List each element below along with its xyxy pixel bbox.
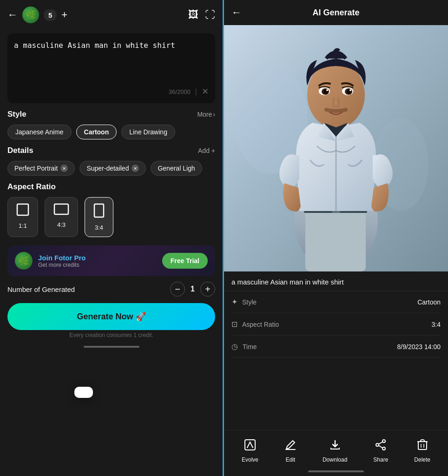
aspect-meta-key: Aspect Ratio xyxy=(242,321,279,328)
pro-banner: 🌿 Join Fotor Pro Get more credits Free T… xyxy=(7,245,215,276)
share-button[interactable]: Share xyxy=(373,439,388,463)
free-trial-button[interactable]: Free Trial xyxy=(162,253,208,269)
plus-button[interactable]: + xyxy=(61,9,67,21)
evolve-label: Evolve xyxy=(242,456,258,463)
time-meta-key: Time xyxy=(243,343,257,350)
clear-button[interactable]: ✕ xyxy=(202,86,209,97)
download-button[interactable]: Download xyxy=(323,439,347,463)
generated-label: Number of Generated xyxy=(7,285,75,293)
back-button[interactable]: ← xyxy=(7,9,18,21)
ar-label-3x4: 3:4 xyxy=(95,224,103,231)
time-meta-icon: ◷ xyxy=(231,342,238,351)
svg-point-19 xyxy=(349,89,351,91)
right-top-bar: ← AI Generate xyxy=(224,0,448,25)
chevron-right-icon: › xyxy=(213,111,215,118)
svg-line-25 xyxy=(379,442,382,444)
style-line-drawing[interactable]: Line Drawing xyxy=(121,125,175,139)
ar-label-1x1: 1:1 xyxy=(19,222,27,229)
chip-label: Super-detailed xyxy=(86,165,129,172)
ar-option-1x1[interactable]: 1:1 xyxy=(7,197,38,237)
style-japanese-anime[interactable]: Japanese Anime xyxy=(7,125,72,139)
meta-info: ✦ Style Cartoon ⊡ Aspect Ratio 3:4 ◷ Tim… xyxy=(224,291,448,358)
count-controls: − 1 + xyxy=(170,282,215,297)
share-label: Share xyxy=(373,456,388,463)
meta-row-aspect: ⊡ Aspect Ratio 3:4 xyxy=(231,313,441,336)
prompt-area: a masculine Asian man in white shirt 36/… xyxy=(7,33,215,103)
svg-line-26 xyxy=(379,446,382,448)
meta-row-time: ◷ Time 8/9/2023 14:00 xyxy=(231,336,441,358)
aspect-ratio-section: Aspect Ratio 1:1 4:3 3:4 xyxy=(0,176,223,237)
detail-chip-super-detailed[interactable]: Super-detailed ✕ xyxy=(79,161,146,176)
add-link[interactable]: Add + xyxy=(198,147,215,154)
aspect-ratio-header: Aspect Ratio xyxy=(7,182,215,192)
divider: | xyxy=(195,87,197,96)
meta-row-style: ✦ Style Cartoon xyxy=(231,291,441,313)
svg-rect-0 xyxy=(17,204,28,215)
svg-rect-7 xyxy=(305,206,366,271)
right-back-button[interactable]: ← xyxy=(231,7,242,19)
chip-label: General Ligh xyxy=(158,165,195,172)
delete-icon xyxy=(416,439,428,454)
char-count: 36/2000 xyxy=(169,88,191,95)
svg-point-24 xyxy=(376,443,379,446)
edit-button[interactable]: Edit xyxy=(284,439,296,463)
right-panel: ← AI Generate xyxy=(224,0,448,476)
ar-label-4x3: 4:3 xyxy=(57,221,66,228)
decrement-count-button[interactable]: − xyxy=(170,282,185,297)
more-link[interactable]: More › xyxy=(197,111,215,118)
style-section: Style More › Japanese Anime Cartoon Line… xyxy=(0,103,223,139)
style-title: Style xyxy=(7,110,26,119)
prompt-input[interactable]: a masculine Asian man in white shirt xyxy=(14,40,209,82)
generated-image xyxy=(224,25,448,271)
chip-label: Perfect Portrait xyxy=(14,165,58,172)
edit-label: Edit xyxy=(286,456,296,463)
pro-text: Join Fotor Pro Get more credits xyxy=(38,254,157,268)
style-meta-val: Cartoon xyxy=(417,298,441,306)
svg-rect-21 xyxy=(285,449,296,450)
evolve-icon xyxy=(244,439,256,454)
bottom-indicator-left xyxy=(84,346,139,348)
pro-sub: Get more credits xyxy=(38,262,157,268)
svg-rect-2 xyxy=(94,204,104,217)
evolve-button[interactable]: Evolve xyxy=(242,439,258,463)
download-label: Download xyxy=(323,456,347,463)
increment-count-button[interactable]: + xyxy=(200,282,215,297)
svg-rect-27 xyxy=(418,442,427,450)
detail-chip-perfect-portrait[interactable]: Perfect Portrait ✕ xyxy=(7,161,75,176)
chip-close-perfect-portrait[interactable]: ✕ xyxy=(60,165,68,172)
style-meta-key: Style xyxy=(242,298,257,306)
delete-label: Delete xyxy=(414,456,430,463)
credits-badge: 5 xyxy=(44,9,57,21)
tooltip-popup xyxy=(74,387,93,398)
style-header: Style More › xyxy=(7,110,215,119)
share-icon xyxy=(375,439,387,454)
ar-icon-1x1 xyxy=(16,203,29,219)
right-title: AI Generate xyxy=(246,8,426,18)
ar-option-3x4[interactable]: 3:4 xyxy=(85,197,113,237)
ar-option-4x3[interactable]: 4:3 xyxy=(45,197,78,237)
pro-leaf-icon: 🌿 xyxy=(15,252,33,270)
aspect-meta-val: 3:4 xyxy=(432,321,441,328)
svg-point-18 xyxy=(326,89,328,91)
delete-button[interactable]: Delete xyxy=(414,439,430,463)
style-cartoon[interactable]: Cartoon xyxy=(76,125,117,139)
prompt-footer: 36/2000 | ✕ xyxy=(14,86,209,97)
bottom-actions: Evolve Edit Download Share Delete xyxy=(224,430,448,468)
gallery-icon-button[interactable]: 🖼 xyxy=(188,9,198,21)
top-bar: ← 🌿 5 + 🖼 ⛶ xyxy=(0,0,223,30)
details-section: Details Add + Perfect Portrait ✕ Super-d… xyxy=(0,139,223,176)
detail-chip-general-light[interactable]: General Ligh xyxy=(151,161,202,176)
share-icon-button[interactable]: ⛶ xyxy=(205,9,215,21)
chip-close-super-detailed[interactable]: ✕ xyxy=(132,165,139,172)
aspect-meta-icon: ⊡ xyxy=(231,320,237,329)
details-header: Details Add + xyxy=(7,146,215,155)
details-title: Details xyxy=(7,146,33,155)
download-icon xyxy=(329,439,341,454)
svg-point-22 xyxy=(382,440,385,443)
generate-now-button[interactable]: Generate Now 🚀 xyxy=(7,303,215,330)
count-number: 1 xyxy=(191,285,195,293)
image-caption: a masculine Asian man in white shirt xyxy=(224,271,448,291)
top-bar-right: 🖼 ⛶ xyxy=(188,9,215,21)
details-chips: Perfect Portrait ✕ Super-detailed ✕ Gene… xyxy=(7,161,215,176)
aspect-ratio-title: Aspect Ratio xyxy=(7,182,56,192)
